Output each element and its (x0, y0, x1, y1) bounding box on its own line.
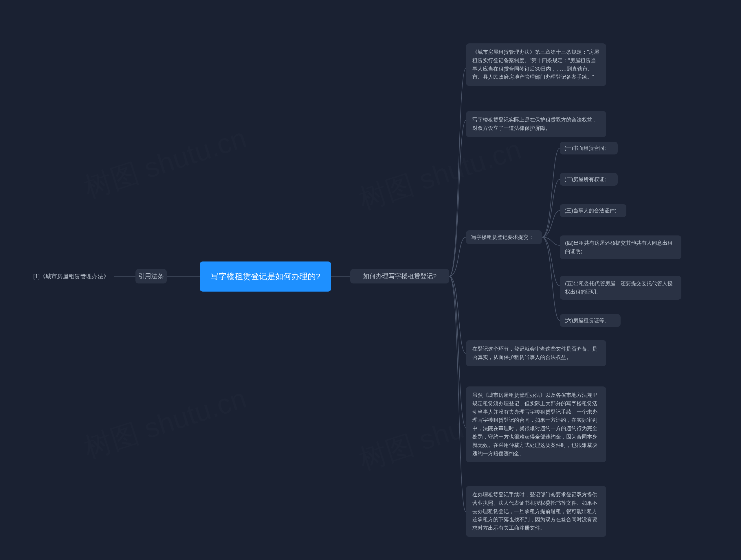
node-c5-text: 虽然《城市房屋租赁管理办法》以及各省市地方法规里规定租赁须办理登记，但实际上大部… (472, 391, 600, 458)
root-title: 写字楼租赁登记是如何办理的? (210, 270, 321, 283)
root-node[interactable]: 写字楼租赁登记是如何办理的? (200, 261, 331, 292)
node-c3-i2[interactable]: (二)房屋所有权证; (560, 173, 618, 186)
leaf-reference-law-text: [1]《城市房屋租赁管理办法》 (33, 272, 109, 280)
node-c1-text: 《城市房屋租赁管理办法》第三章第十三条规定："房屋租赁实行登记备案制度。"第十四… (472, 48, 600, 81)
node-c3-i2-text: (二)房屋所有权证; (564, 176, 606, 183)
node-c3-i5[interactable]: (五)出租委托代管房屋，还要提交委托代管人授权出租的证明; (560, 276, 681, 300)
node-c1[interactable]: 《城市房屋租赁管理办法》第三章第十三条规定："房屋租赁实行登记备案制度。"第十四… (466, 44, 606, 86)
leaf-reference-law[interactable]: [1]《城市房屋租赁管理办法》 (33, 272, 109, 280)
node-c3-i6-text: (六)房屋租赁证等。 (564, 317, 610, 324)
node-c6[interactable]: 在办理租赁登记手续时，登记部门会要求登记双方提供营业执照、法人代表证书和授权委托… (466, 486, 606, 537)
node-c3-i3[interactable]: (三)当事人的合法证件; (560, 204, 626, 217)
node-c3-i6[interactable]: (六)房屋租赁证等。 (560, 314, 621, 327)
node-c3-i1[interactable]: (一)书面租赁合同; (560, 142, 618, 154)
node-c3-label: 写字楼租赁登记要求提交： (471, 234, 534, 241)
node-c3-i5-text: (五)出租委托代管房屋，还要提交委托代管人授权出租的证明; (565, 279, 676, 296)
node-c4-text: 在登记这个环节，登记就会审查这些文件是否齐备、是否真实，从而保护租赁当事人的合法… (472, 345, 600, 362)
node-c4[interactable]: 在登记这个环节，登记就会审查这些文件是否齐备、是否真实，从而保护租赁当事人的合法… (466, 340, 606, 366)
node-c3-i3-text: (三)当事人的合法证件; (564, 207, 616, 214)
node-c2[interactable]: 写字楼租赁登记实际上是在保护租赁双方的合法权益，对双方设立了一道法律保护屏障。 (466, 111, 606, 137)
node-c3-i1-text: (一)书面租赁合同; (564, 145, 606, 152)
branch-left-label: 引用法条 (138, 272, 164, 281)
node-c3-i4[interactable]: (四)出租共有房屋还须提交其他共有人同意出租的证明; (560, 235, 681, 259)
node-c3[interactable]: 写字楼租赁登记要求提交： (466, 230, 542, 244)
mindmap-canvas: 写字楼租赁登记是如何办理的? 引用法条 [1]《城市房屋租赁管理办法》 如何办理… (0, 0, 741, 560)
node-c3-i4-text: (四)出租共有房屋还须提交其他共有人同意出租的证明; (565, 239, 676, 256)
node-c6-text: 在办理租赁登记手续时，登记部门会要求登记双方提供营业执照、法人代表证书和授权委托… (472, 491, 600, 532)
branch-right-label: 如何办理写字楼租赁登记? (363, 272, 436, 281)
branch-right[interactable]: 如何办理写字楼租赁登记? (350, 269, 449, 284)
branch-left[interactable]: 引用法条 (135, 269, 167, 284)
node-c5[interactable]: 虽然《城市房屋租赁管理办法》以及各省市地方法规里规定租赁须办理登记，但实际上大部… (466, 387, 606, 462)
node-c2-text: 写字楼租赁登记实际上是在保护租赁双方的合法权益，对双方设立了一道法律保护屏障。 (472, 116, 600, 133)
